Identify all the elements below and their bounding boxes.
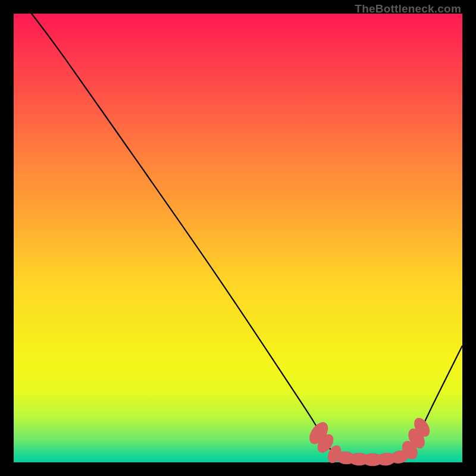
- watermark-text: TheBottleneck.com: [355, 2, 461, 15]
- bottleneck-curve: [32, 14, 462, 460]
- marker-group: [306, 415, 433, 466]
- chart-frame: TheBottleneck.com: [0, 0, 476, 476]
- chart-svg: [14, 14, 462, 462]
- plot-area: [14, 14, 462, 462]
